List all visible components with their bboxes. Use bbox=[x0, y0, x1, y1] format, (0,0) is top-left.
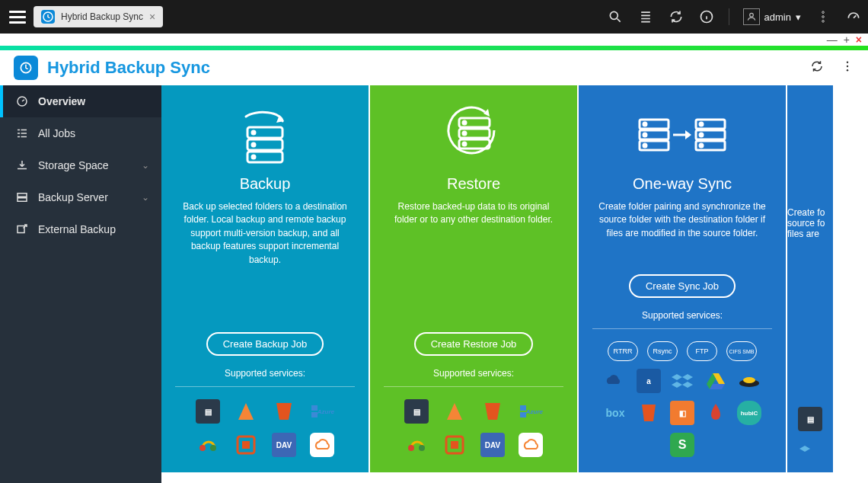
openstack-icon bbox=[442, 433, 467, 457]
svg-point-9 bbox=[847, 66, 848, 67]
sidebar-label: Storage Space bbox=[38, 159, 109, 171]
tasks-icon[interactable] bbox=[637, 8, 654, 25]
backblaze-icon bbox=[704, 401, 728, 425]
maximize-button[interactable]: + bbox=[844, 34, 850, 46]
cloud-icon bbox=[519, 433, 543, 457]
chevron-down-icon: ▾ bbox=[796, 11, 801, 23]
app-refresh-icon[interactable] bbox=[810, 59, 824, 76]
service-icons: ▤ Azure DAV bbox=[175, 386, 355, 462]
svg-point-26 bbox=[210, 445, 216, 451]
peek-line: Create fo bbox=[787, 207, 833, 218]
openstack-icon bbox=[234, 433, 258, 457]
sidebar-item-external[interactable]: External Backup bbox=[0, 213, 161, 245]
azure-icon: Azure bbox=[519, 399, 543, 424]
more-icon[interactable] bbox=[815, 8, 831, 25]
peek-line: source fo bbox=[787, 218, 833, 229]
svg-point-25 bbox=[199, 445, 206, 451]
clock-icon bbox=[41, 10, 55, 24]
create-restore-job-button[interactable]: Create Restore Job bbox=[414, 332, 534, 356]
sidebar: Overview All Jobs Storage Space ⌄ Backup… bbox=[0, 85, 161, 483]
service-icons: ▤ Azure DAV bbox=[384, 386, 563, 462]
sidebar-item-overview[interactable]: Overview bbox=[0, 85, 161, 117]
svg-point-1 bbox=[610, 11, 617, 19]
app-tab[interactable]: Hybrid Backup Sync × bbox=[34, 6, 163, 27]
user-name: admin bbox=[764, 11, 791, 23]
aws-icon bbox=[234, 399, 258, 424]
create-backup-job-button[interactable]: Create Backup Job bbox=[206, 332, 324, 356]
sidebar-label: External Backup bbox=[38, 223, 116, 235]
menu-icon[interactable] bbox=[6, 5, 29, 28]
dav-icon: DAV bbox=[272, 433, 296, 457]
svg-point-52 bbox=[700, 133, 703, 136]
sharepoint-icon: S bbox=[670, 433, 694, 457]
sidebar-item-alljobs[interactable]: All Jobs bbox=[0, 117, 161, 149]
create-sync-job-button[interactable]: Create Sync Job bbox=[629, 274, 736, 298]
cifs-pill: CIFS SMB bbox=[726, 341, 757, 361]
app-header: Hybrid Backup Sync bbox=[0, 50, 868, 85]
gauge-icon bbox=[15, 94, 29, 108]
nas-icon: ▤ bbox=[798, 407, 822, 431]
card-desc: Create folder pairing and synchronize th… bbox=[592, 200, 772, 240]
chevron-down-icon: ⌄ bbox=[142, 160, 149, 171]
svg-rect-13 bbox=[18, 198, 27, 202]
sidebar-item-storage[interactable]: Storage Space ⌄ bbox=[0, 149, 161, 181]
svg-point-8 bbox=[847, 62, 848, 63]
svg-point-3 bbox=[749, 13, 753, 17]
supported-label: Supported services: bbox=[225, 368, 305, 379]
dashboard-icon[interactable] bbox=[845, 8, 862, 25]
download-icon bbox=[15, 158, 29, 172]
svg-point-40 bbox=[419, 445, 425, 451]
close-button[interactable]: × bbox=[856, 34, 862, 46]
service-icons: RTRR Rsync FTP CIFS SMB a box ◧ hubiC S bbox=[592, 328, 772, 462]
server-icon bbox=[15, 190, 29, 204]
aws-icon bbox=[442, 399, 467, 424]
minimize-button[interactable]: — bbox=[827, 34, 838, 46]
card-sync: One-way Sync Create folder pairing and s… bbox=[579, 85, 786, 472]
tab-label: Hybrid Backup Sync bbox=[61, 11, 143, 22]
ftp-pill: FTP bbox=[687, 341, 717, 361]
nas-icon: ▤ bbox=[196, 399, 220, 424]
sidebar-label: All Jobs bbox=[38, 127, 75, 139]
s3-icon bbox=[272, 399, 296, 424]
search-icon[interactable] bbox=[607, 8, 624, 25]
openstack-icon: ◧ bbox=[670, 401, 694, 425]
sidebar-item-backupserver[interactable]: Backup Server ⌄ bbox=[0, 181, 161, 213]
user-menu[interactable]: admin ▾ bbox=[743, 8, 801, 25]
svg-point-20 bbox=[252, 155, 255, 158]
svg-point-5 bbox=[822, 16, 825, 18]
osbar-right: admin ▾ bbox=[607, 8, 862, 25]
svg-point-39 bbox=[408, 445, 414, 451]
main: Overview All Jobs Storage Space ⌄ Backup… bbox=[0, 85, 868, 483]
backup-illustration-icon bbox=[231, 101, 299, 169]
svg-point-30 bbox=[463, 121, 466, 124]
os-bar: Hybrid Backup Sync × admin ▾ bbox=[0, 0, 868, 34]
refresh-icon[interactable] bbox=[668, 8, 685, 25]
info-icon[interactable] bbox=[698, 8, 715, 25]
svg-point-54 bbox=[700, 144, 703, 147]
amazon-icon: a bbox=[637, 369, 661, 393]
nas-icon: ▤ bbox=[404, 399, 429, 424]
svg-point-50 bbox=[700, 123, 703, 126]
content-area[interactable]: Backup Back up selected folders to a des… bbox=[161, 85, 868, 483]
svg-point-46 bbox=[643, 133, 646, 136]
dropbox-icon bbox=[670, 369, 694, 393]
sidebar-label: Backup Server bbox=[38, 191, 108, 203]
svg-rect-37 bbox=[520, 412, 526, 417]
external-icon bbox=[15, 222, 29, 236]
svg-rect-28 bbox=[242, 441, 250, 449]
tab-close-icon[interactable]: × bbox=[149, 11, 155, 23]
s3-icon bbox=[637, 401, 661, 425]
supported-label: Supported services: bbox=[433, 368, 514, 379]
svg-point-56 bbox=[743, 377, 755, 383]
hubic-icon: hubiC bbox=[737, 401, 761, 425]
card-backup: Backup Back up selected folders to a des… bbox=[161, 85, 369, 472]
svg-point-32 bbox=[463, 132, 466, 135]
supported-label: Supported services: bbox=[642, 310, 723, 321]
card-restore: Restore Restore backed-up data to its or… bbox=[370, 85, 577, 472]
gdrive-icon bbox=[704, 369, 728, 393]
svg-point-6 bbox=[822, 21, 825, 23]
card-desc: Back up selected folders to a destinatio… bbox=[175, 200, 355, 267]
window-controls: — + × bbox=[0, 34, 868, 46]
dav-icon: DAV bbox=[480, 433, 505, 457]
app-more-icon[interactable] bbox=[841, 59, 854, 76]
